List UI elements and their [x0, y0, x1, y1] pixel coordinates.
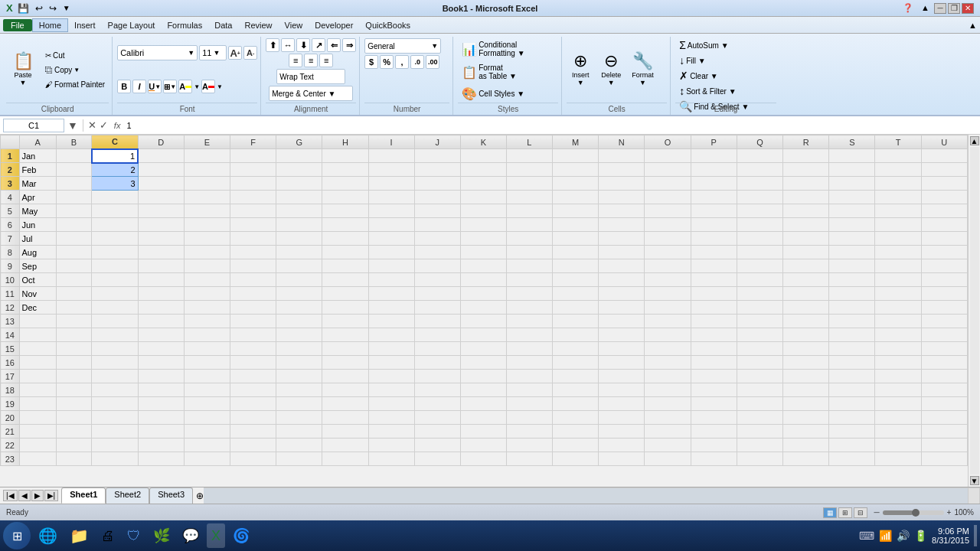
help-icon[interactable]: ❓: [900, 3, 916, 14]
cell-I12[interactable]: [368, 301, 414, 315]
cell-B5[interactable]: [56, 204, 91, 218]
cell-Q8[interactable]: [737, 246, 782, 259]
cell-E11[interactable]: [184, 287, 230, 301]
col-header-I[interactable]: I: [368, 135, 414, 149]
indent-increase-button[interactable]: ⇒: [342, 38, 356, 52]
cell-K21[interactable]: [460, 425, 506, 439]
tray-keyboard-icon[interactable]: ⌨: [859, 530, 874, 542]
cell-P23[interactable]: [691, 452, 737, 466]
cell-L18[interactable]: [506, 383, 552, 397]
cell-M22[interactable]: [552, 439, 598, 452]
cell-N20[interactable]: [599, 411, 645, 425]
cell-T22[interactable]: [875, 439, 921, 452]
cell-S13[interactable]: [829, 315, 875, 328]
cell-A19[interactable]: [19, 397, 56, 411]
cell-D10[interactable]: [138, 273, 184, 287]
cell-B22[interactable]: [56, 439, 91, 452]
align-left-button[interactable]: ≡: [289, 54, 302, 67]
cell-M16[interactable]: [552, 356, 598, 370]
prev-sheet-button[interactable]: ◀: [18, 490, 31, 501]
align-right-button[interactable]: ≡: [319, 54, 333, 67]
cell-E22[interactable]: [184, 439, 230, 452]
cell-T9[interactable]: [875, 259, 921, 273]
cell-K16[interactable]: [460, 356, 506, 370]
cell-B3[interactable]: [56, 177, 91, 191]
cell-K3[interactable]: [460, 177, 506, 191]
cell-H7[interactable]: [322, 232, 368, 246]
row-number-1[interactable]: 1: [1, 149, 20, 163]
row-number-18[interactable]: 18: [1, 383, 20, 397]
cell-L19[interactable]: [506, 397, 552, 411]
cell-U8[interactable]: [921, 246, 967, 259]
cell-N15[interactable]: [599, 342, 645, 356]
row-number-4[interactable]: 4: [1, 191, 20, 204]
cell-E14[interactable]: [184, 328, 230, 342]
cell-D4[interactable]: [138, 191, 184, 204]
align-bottom-button[interactable]: ⬇: [296, 38, 310, 52]
row-number-6[interactable]: 6: [1, 218, 20, 232]
cell-G16[interactable]: [276, 356, 322, 370]
taskbar-app1[interactable]: 🛡: [122, 523, 145, 548]
save-qa-icon[interactable]: 💾: [16, 3, 31, 14]
cell-Q11[interactable]: [737, 287, 782, 301]
cell-C18[interactable]: [92, 383, 139, 397]
bold-button[interactable]: B: [117, 80, 131, 93]
cell-F6[interactable]: [230, 218, 276, 232]
cut-button[interactable]: ✂ Cut: [41, 48, 109, 62]
cell-K13[interactable]: [460, 315, 506, 328]
cell-C9[interactable]: [92, 259, 139, 273]
cell-T3[interactable]: [875, 177, 921, 191]
cell-D20[interactable]: [138, 411, 184, 425]
cell-G13[interactable]: [276, 315, 322, 328]
cell-R20[interactable]: [783, 411, 829, 425]
insert-button[interactable]: ⊕ Insert ▼: [567, 47, 594, 93]
cell-U6[interactable]: [921, 218, 967, 232]
cell-K6[interactable]: [460, 218, 506, 232]
insert-sheet-button[interactable]: ⊕: [196, 491, 204, 501]
cell-F3[interactable]: [230, 177, 276, 191]
cell-H14[interactable]: [322, 328, 368, 342]
cell-U3[interactable]: [921, 177, 967, 191]
cell-R19[interactable]: [783, 397, 829, 411]
cell-T5[interactable]: [875, 204, 921, 218]
tray-battery-icon[interactable]: 🔋: [914, 530, 927, 542]
col-header-K[interactable]: K: [460, 135, 506, 149]
cell-O21[interactable]: [645, 425, 691, 439]
cell-H9[interactable]: [322, 259, 368, 273]
cell-D14[interactable]: [138, 328, 184, 342]
cell-I7[interactable]: [368, 232, 414, 246]
last-sheet-button[interactable]: ▶|: [44, 490, 59, 501]
cell-M15[interactable]: [552, 342, 598, 356]
cell-S1[interactable]: [829, 149, 875, 163]
cell-A4[interactable]: Apr: [19, 191, 56, 204]
scroll-down-arrow[interactable]: ▼: [970, 476, 979, 485]
italic-button[interactable]: I: [132, 80, 146, 93]
font-name-dropdown[interactable]: Calibri ▼: [117, 45, 198, 60]
cell-J1[interactable]: [414, 149, 460, 163]
cell-J9[interactable]: [414, 259, 460, 273]
cell-I4[interactable]: [368, 191, 414, 204]
paste-button[interactable]: 📋 Paste ▼: [6, 47, 40, 93]
cell-G21[interactable]: [276, 425, 322, 439]
cell-T6[interactable]: [875, 218, 921, 232]
cell-Q18[interactable]: [737, 383, 782, 397]
cell-D1[interactable]: [138, 149, 184, 163]
cell-D13[interactable]: [138, 315, 184, 328]
cell-L5[interactable]: [506, 204, 552, 218]
cell-U21[interactable]: [921, 425, 967, 439]
col-header-B[interactable]: B: [56, 135, 91, 149]
cell-G8[interactable]: [276, 246, 322, 259]
cell-L15[interactable]: [506, 342, 552, 356]
cell-Q13[interactable]: [737, 315, 782, 328]
cell-E10[interactable]: [184, 273, 230, 287]
cell-I23[interactable]: [368, 452, 414, 466]
cell-I20[interactable]: [368, 411, 414, 425]
cell-K14[interactable]: [460, 328, 506, 342]
taskbar-hp[interactable]: 🖨: [96, 523, 119, 548]
cell-C22[interactable]: [92, 439, 139, 452]
cell-T19[interactable]: [875, 397, 921, 411]
cell-F20[interactable]: [230, 411, 276, 425]
cell-S6[interactable]: [829, 218, 875, 232]
cell-D21[interactable]: [138, 425, 184, 439]
col-header-R[interactable]: R: [783, 135, 829, 149]
